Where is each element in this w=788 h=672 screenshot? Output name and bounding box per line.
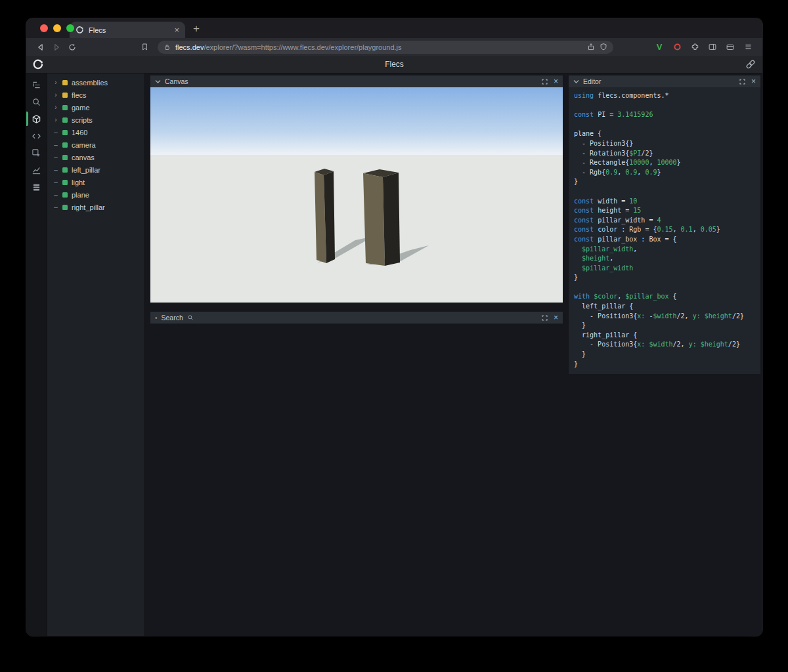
collapsed-bullet-icon[interactable]: • xyxy=(155,314,158,322)
expand-icon[interactable] xyxy=(739,79,745,85)
leaf-dash-icon[interactable]: – xyxy=(53,154,58,161)
close-icon[interactable]: × xyxy=(554,314,558,322)
rail-tab-code[interactable] xyxy=(26,127,47,144)
code-line[interactable]: - Position3{} xyxy=(574,139,755,149)
rail-tab-entities[interactable] xyxy=(26,110,47,127)
code-line[interactable] xyxy=(574,187,755,197)
browser-tab[interactable]: Flecs × xyxy=(70,22,185,38)
code-line[interactable] xyxy=(574,120,755,130)
leaf-dash-icon[interactable]: – xyxy=(53,129,58,136)
expand-chevron-icon[interactable]: › xyxy=(53,104,58,111)
code-line[interactable]: - Position3{x: -$width/2, y: $height/2} xyxy=(574,312,755,322)
entity-color-square xyxy=(62,80,68,85)
code-line[interactable]: left_pillar { xyxy=(574,302,755,312)
flecs-logo-icon[interactable] xyxy=(32,58,44,70)
brave-shield-icon[interactable] xyxy=(600,43,607,51)
tree-item-camera[interactable]: –camera xyxy=(47,138,144,151)
rail-tab-statistics[interactable] xyxy=(26,161,47,178)
lock-icon[interactable] xyxy=(164,43,171,51)
expand-icon[interactable] xyxy=(542,79,548,85)
code-line[interactable]: $pillar_width xyxy=(574,264,755,274)
zoom-window-button[interactable] xyxy=(66,24,74,32)
share-icon[interactable] xyxy=(587,43,595,51)
extensions-puzzle-icon[interactable] xyxy=(687,40,703,54)
tab-close-icon[interactable]: × xyxy=(174,26,179,34)
leaf-dash-icon[interactable]: – xyxy=(53,141,58,148)
close-icon[interactable]: × xyxy=(554,77,558,85)
3d-canvas-viewport[interactable] xyxy=(150,87,563,303)
menu-icon[interactable] xyxy=(740,40,756,54)
tree-item-assemblies[interactable]: ›assemblies xyxy=(47,76,144,89)
forward-button[interactable] xyxy=(49,40,64,54)
code-line[interactable]: const PI = 3.1415926 xyxy=(574,110,755,120)
leaf-dash-icon[interactable]: – xyxy=(53,166,58,173)
back-button[interactable] xyxy=(33,40,49,54)
tree-item-left_pillar[interactable]: –left_pillar xyxy=(47,163,144,176)
expand-icon[interactable] xyxy=(542,315,548,321)
code-line[interactable]: - Rgb{0.9, 0.9, 0.9} xyxy=(574,168,755,178)
sidebar-toggle-icon[interactable] xyxy=(705,40,720,54)
expand-chevron-icon[interactable]: › xyxy=(53,79,58,86)
minimize-window-button[interactable] xyxy=(53,24,61,32)
bookmark-icon[interactable] xyxy=(137,40,152,54)
tree-item-light[interactable]: –light xyxy=(47,176,144,188)
collapse-chevron-icon[interactable] xyxy=(155,79,161,84)
code-line[interactable]: } xyxy=(574,360,755,369)
code-line[interactable]: right_pillar { xyxy=(574,331,755,341)
code-line[interactable]: $pillar_width, xyxy=(574,245,755,255)
expand-chevron-icon[interactable]: › xyxy=(53,116,58,123)
rows-icon xyxy=(32,182,41,192)
leaf-dash-icon[interactable]: – xyxy=(53,203,58,211)
close-icon[interactable]: × xyxy=(751,77,756,85)
code-line[interactable]: - Position3{x: $width/2, y: $height/2} xyxy=(574,340,755,350)
tree-item-canvas[interactable]: –canvas xyxy=(47,151,144,163)
code-line[interactable] xyxy=(574,101,755,111)
expand-chevron-icon[interactable]: › xyxy=(53,91,58,98)
tree-item-scripts[interactable]: ›scripts xyxy=(47,114,144,126)
leaf-dash-icon[interactable]: – xyxy=(53,191,58,198)
tree-item-flecs[interactable]: ›flecs xyxy=(47,89,144,101)
reload-button[interactable] xyxy=(64,40,80,54)
code-line[interactable]: using flecs.components.* xyxy=(574,91,755,101)
wallet-icon[interactable] xyxy=(722,40,738,54)
rail-tab-inspector[interactable] xyxy=(26,144,47,161)
tree-item-plane[interactable]: –plane xyxy=(47,188,144,201)
code-line[interactable]: const height = 15 xyxy=(574,206,755,216)
new-tab-button[interactable]: + xyxy=(193,22,200,35)
code-line[interactable]: plane { xyxy=(574,129,755,139)
leaf-dash-icon[interactable]: – xyxy=(53,178,58,186)
code-line[interactable]: const width = 10 xyxy=(574,197,755,207)
entity-tree-icon xyxy=(32,80,41,90)
close-window-button[interactable] xyxy=(40,24,48,32)
code-editor[interactable]: using flecs.components.* const PI = 3.14… xyxy=(569,87,760,374)
code-line[interactable]: } xyxy=(574,350,755,360)
code-line[interactable]: - Rotation3{$PI/2} xyxy=(574,149,755,159)
code-line[interactable]: } xyxy=(574,321,755,331)
rail-tab-search[interactable] xyxy=(26,93,47,110)
tree-item-right_pillar[interactable]: –right_pillar xyxy=(47,201,144,213)
url-bar[interactable]: flecs.dev/explorer/?wasm=https://www.fle… xyxy=(158,41,613,54)
tree-item-1460[interactable]: –1460 xyxy=(47,126,144,138)
code-line[interactable]: with $color, $pillar_box { xyxy=(574,292,755,302)
code-line[interactable]: } xyxy=(574,177,755,187)
code-line[interactable]: $height, xyxy=(574,254,755,264)
code-line[interactable]: const color : Rgb = {0.15, 0.1, 0.05} xyxy=(574,225,755,235)
right-pillar-right-face xyxy=(383,173,400,266)
code-line[interactable]: const pillar_width = 4 xyxy=(574,216,755,226)
tree-item-game[interactable]: ›game xyxy=(47,101,144,114)
collapse-chevron-icon[interactable] xyxy=(573,79,579,84)
extension-v-icon[interactable]: V xyxy=(651,40,667,54)
entity-color-square xyxy=(62,105,68,110)
code-line[interactable]: const pillar_box : Box = { xyxy=(574,235,755,245)
url-domain: flecs.dev xyxy=(175,43,204,51)
rail-tab-commands[interactable] xyxy=(26,178,47,196)
code-line[interactable]: } xyxy=(574,273,755,283)
tree-item-label: canvas xyxy=(72,154,95,161)
share-link-icon[interactable] xyxy=(745,59,756,70)
editor-column: Editor × using flecs.components.* const … xyxy=(569,75,760,374)
tree-item-label: flecs xyxy=(72,91,87,99)
extension-red-icon[interactable] xyxy=(669,40,685,54)
rail-tab-entity-tree[interactable] xyxy=(26,76,47,93)
code-line[interactable] xyxy=(574,283,755,293)
code-line[interactable]: - Rectangle{10000, 10000} xyxy=(574,158,755,168)
